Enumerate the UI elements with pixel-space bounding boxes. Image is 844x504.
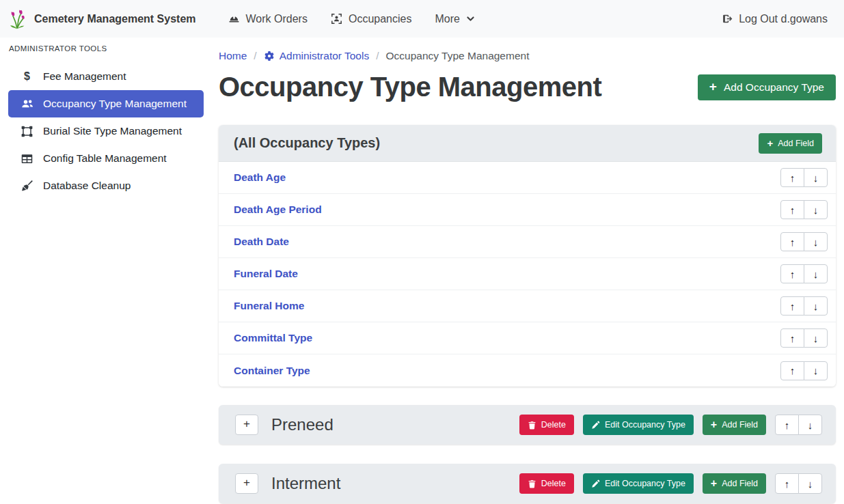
sidebar-heading: ADMINISTRATOR TOOLS xyxy=(8,43,204,53)
chevron-down-icon xyxy=(466,14,475,23)
arrow-down-icon: ↓ xyxy=(813,237,819,247)
move-up-button[interactable]: ↑ xyxy=(780,232,804,251)
arrow-up-icon: ↑ xyxy=(790,173,795,183)
expand-button[interactable]: + xyxy=(235,473,258,494)
arrow-up-icon: ↑ xyxy=(790,333,795,344)
plus-icon: + xyxy=(711,478,717,489)
breadcrumb-separator: / xyxy=(254,50,256,62)
add-occupancy-type-label: Add Occupancy Type xyxy=(724,81,824,94)
reorder-button-group: ↑↓ xyxy=(780,168,828,187)
add-field-button[interactable]: +Add Field xyxy=(703,473,766,494)
reorder-button-group: ↑↓ xyxy=(780,296,828,316)
field-list: Death Age↑↓Death Age Period↑↓Death Date↑… xyxy=(219,162,836,387)
occupancy-type-panels: +PreneedDeleteEdit Occupancy Type+Add Fi… xyxy=(219,405,836,503)
edit-occupancy-type-button[interactable]: Edit Occupancy Type xyxy=(583,473,694,494)
tulips-logo-icon xyxy=(8,8,27,30)
nav-item-more[interactable]: More xyxy=(423,8,486,31)
move-down-button[interactable]: ↓ xyxy=(804,200,828,219)
sidebar-item-config-table-management[interactable]: Config Table Management xyxy=(8,145,204,172)
breadcrumb-label: Occupancy Type Management xyxy=(386,50,530,62)
expand-button[interactable]: + xyxy=(235,415,258,435)
breadcrumb-item-administrator-tools[interactable]: Administrator Tools xyxy=(264,50,370,62)
plus-icon: + xyxy=(711,419,717,430)
panel-title: (All Occupancy Types) xyxy=(234,135,380,151)
logout-label: Log Out d.gowans xyxy=(739,13,828,25)
move-up-button[interactable]: ↑ xyxy=(780,361,804,380)
move-down-button[interactable]: ↓ xyxy=(798,473,822,494)
field-link-funeral-date[interactable]: Funeral Date xyxy=(234,268,298,280)
nav-item-work-orders[interactable]: Work Orders xyxy=(217,8,319,31)
navbar-menu: Work OrdersOccupanciesMore xyxy=(217,8,487,31)
field-row-funeral-date: Funeral Date↑↓ xyxy=(219,258,836,290)
sidebar-item-burial-site-type-management[interactable]: Burial Site Type Management xyxy=(8,117,204,145)
arrow-up-icon: ↑ xyxy=(790,205,795,215)
edit-occupancy-type-button-label: Edit Occupancy Type xyxy=(605,479,685,488)
reorder-button-group: ↑↓ xyxy=(780,361,828,380)
breadcrumb-item-home[interactable]: Home xyxy=(219,50,247,62)
field-link-death-date[interactable]: Death Date xyxy=(234,236,289,248)
arrow-down-icon: ↓ xyxy=(813,269,819,279)
breadcrumb: Home/Administrator Tools/Occupancy Type … xyxy=(219,50,836,62)
move-down-button[interactable]: ↓ xyxy=(804,264,828,283)
sidebar-item-label: Occupancy Type Management xyxy=(43,98,187,110)
field-link-death-age-period[interactable]: Death Age Period xyxy=(234,204,322,216)
panel-actions: DeleteEdit Occupancy Type+Add Field↑↓ xyxy=(519,473,822,494)
field-link-funeral-home[interactable]: Funeral Home xyxy=(234,300,304,312)
pencil-icon xyxy=(591,479,600,488)
sidebar-item-fee-management[interactable]: $Fee Management xyxy=(8,63,204,90)
person-bounding-box-icon xyxy=(331,13,342,25)
users-icon xyxy=(20,98,34,110)
gear-icon xyxy=(264,51,275,61)
field-row-death-age-period: Death Age Period↑↓ xyxy=(219,194,836,226)
add-field-button[interactable]: +Add Field xyxy=(703,415,766,435)
move-down-button[interactable]: ↓ xyxy=(804,168,828,187)
move-up-button[interactable]: ↑ xyxy=(775,415,799,435)
move-up-button[interactable]: ↑ xyxy=(780,264,804,283)
box-arrow-right-icon xyxy=(721,13,733,25)
delete-button[interactable]: Delete xyxy=(519,415,574,435)
reorder-button-group: ↑↓ xyxy=(780,200,828,219)
sidebar-item-label: Database Cleanup xyxy=(43,180,131,192)
arrow-up-icon: ↑ xyxy=(790,269,795,279)
field-link-container-type[interactable]: Container Type xyxy=(234,365,310,377)
sidebar: ADMINISTRATOR TOOLS $Fee ManagementOccup… xyxy=(0,38,212,504)
field-row-funeral-home: Funeral Home↑↓ xyxy=(219,290,836,322)
add-occupancy-type-button[interactable]: + Add Occupancy Type xyxy=(698,74,836,100)
move-up-button[interactable]: ↑ xyxy=(775,473,799,494)
move-up-button[interactable]: ↑ xyxy=(780,328,804,348)
reorder-button-group: ↑↓ xyxy=(775,473,822,494)
arrow-up-icon: ↑ xyxy=(785,479,790,489)
arrow-down-icon: ↓ xyxy=(808,479,813,489)
field-row-container-type: Container Type↑↓ xyxy=(219,354,836,387)
breadcrumb-separator: / xyxy=(376,50,379,62)
breadcrumb-label: Administrator Tools xyxy=(280,50,370,62)
app-brand[interactable]: Cemetery Management System xyxy=(8,8,196,30)
move-down-button[interactable]: ↓ xyxy=(804,232,828,251)
arrow-down-icon: ↓ xyxy=(813,333,819,344)
add-field-button[interactable]: + Add Field xyxy=(759,133,822,154)
field-row-committal-type: Committal Type↑↓ xyxy=(219,322,836,354)
nav-item-label: More xyxy=(435,13,459,25)
reorder-button-group: ↑↓ xyxy=(775,415,822,435)
field-link-death-age[interactable]: Death Age xyxy=(234,171,286,184)
pencil-icon xyxy=(591,421,600,430)
field-link-committal-type[interactable]: Committal Type xyxy=(234,332,312,344)
top-navbar: Cemetery Management System Work OrdersOc… xyxy=(0,0,844,38)
move-down-button[interactable]: ↓ xyxy=(804,361,828,380)
edit-occupancy-type-button[interactable]: Edit Occupancy Type xyxy=(583,415,694,435)
arrow-down-icon: ↓ xyxy=(813,173,819,183)
nav-item-occupancies[interactable]: Occupancies xyxy=(319,8,424,31)
sidebar-item-occupancy-type-management[interactable]: Occupancy Type Management xyxy=(8,90,204,117)
move-down-button[interactable]: ↓ xyxy=(804,328,828,348)
move-down-button[interactable]: ↓ xyxy=(798,415,822,435)
logout-button[interactable]: Log Out d.gowans xyxy=(721,13,828,25)
field-row-death-age: Death Age↑↓ xyxy=(219,162,836,194)
move-up-button[interactable]: ↑ xyxy=(780,296,804,316)
move-down-button[interactable]: ↓ xyxy=(804,296,828,316)
app-title: Cemetery Management System xyxy=(34,13,196,25)
move-up-button[interactable]: ↑ xyxy=(780,200,804,219)
all-occupancy-types-panel: (All Occupancy Types) + Add Field Death … xyxy=(219,125,836,387)
sidebar-item-database-cleanup[interactable]: Database Cleanup xyxy=(8,172,204,199)
move-up-button[interactable]: ↑ xyxy=(780,168,804,187)
delete-button[interactable]: Delete xyxy=(519,473,574,494)
